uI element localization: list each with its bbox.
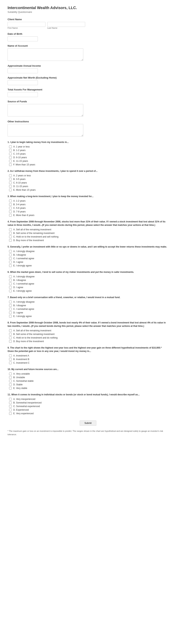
option-label-q7-opt3: C. I somewhat agree	[13, 308, 34, 310]
checkbox-q7-opt4[interactable]	[9, 311, 12, 314]
checkbox-q5-opt2[interactable]	[9, 254, 12, 256]
checkbox-q8-opt3[interactable]	[9, 336, 12, 339]
annual-income-input[interactable]	[8, 68, 38, 73]
checkbox-q7-opt3[interactable]	[9, 308, 12, 310]
source-funds-textarea[interactable]	[8, 104, 83, 116]
checkbox-q1-opt3[interactable]	[9, 152, 12, 155]
option-label-q2-opt2: B. 3-5 years	[13, 178, 26, 180]
option-row: C. I somewhat agree	[8, 308, 168, 310]
checkbox-q6-opt4[interactable]	[9, 286, 12, 289]
option-row: D. I agree	[8, 261, 168, 264]
checkbox-q1-opt5[interactable]	[9, 160, 12, 162]
checkbox-q2-opt4[interactable]	[9, 185, 12, 188]
checkbox-q10-opt1[interactable]	[9, 372, 12, 375]
net-worth-input[interactable]	[8, 80, 38, 85]
option-label-q4-opt1: A. Sell all of the remaining investment	[13, 228, 51, 231]
checkbox-q2-opt3[interactable]	[9, 182, 12, 184]
option-row: E. Very stable	[8, 387, 168, 390]
checkbox-q3-opt2[interactable]	[9, 203, 12, 206]
checkbox-q5-opt1[interactable]	[9, 250, 12, 252]
question-text-q6: 6. When the market goes down, I tend to …	[8, 270, 168, 274]
question-block-q11: 11. When it comes to investing in indivi…	[8, 393, 168, 415]
last-name-label: Last Name	[47, 27, 85, 29]
checkbox-q2-opt1[interactable]	[9, 174, 12, 177]
option-label-q7-opt4: D. i agree	[13, 311, 23, 314]
option-row: C. Hold on to the investment and sell no…	[8, 236, 168, 238]
checkbox-q3-opt5[interactable]	[9, 214, 12, 216]
checkbox-q10-opt2[interactable]	[9, 376, 12, 379]
checkbox-q2-opt2[interactable]	[9, 178, 12, 180]
checkbox-q10-opt3[interactable]	[9, 380, 12, 382]
checkbox-q7-opt1[interactable]	[9, 300, 12, 303]
checkbox-q4-opt1[interactable]	[9, 228, 12, 231]
source-funds-label: Source of Funds	[8, 100, 168, 103]
option-label-q2-opt3: C. 6-10 years	[13, 182, 27, 184]
option-row: D. 7-8 years	[8, 210, 168, 213]
option-row: B. I disagree	[8, 304, 168, 307]
checkbox-q1-opt4[interactable]	[9, 156, 12, 159]
checkbox-q10-opt5[interactable]	[9, 387, 12, 390]
submit-button[interactable]: Submit	[80, 420, 96, 426]
checkbox-q8-opt2[interactable]	[9, 333, 12, 336]
option-row: A. Sell all of the remaining investment	[8, 329, 168, 332]
checkbox-q11-opt5[interactable]	[9, 412, 12, 415]
option-row: B. Sell some of the remaining investment	[8, 232, 168, 234]
checkbox-q10-opt4[interactable]	[9, 383, 12, 386]
account-name-textarea[interactable]	[8, 48, 83, 61]
checkbox-q11-opt3[interactable]	[9, 405, 12, 408]
option-label-q10-opt2: B. Unstable	[13, 376, 25, 379]
option-label-q5-opt1: A. I strongly disagree	[13, 250, 35, 252]
question-block-q1: 1. I plan to begin taking money from my …	[8, 140, 168, 166]
option-row: B. I disagree	[8, 254, 168, 256]
checkbox-q9-opt1[interactable]	[9, 354, 12, 357]
checkbox-q1-opt2[interactable]	[9, 149, 12, 152]
checkbox-q2-opt5[interactable]	[9, 188, 12, 191]
checkbox-q6-opt1[interactable]	[9, 275, 12, 278]
checkbox-q6-opt3[interactable]	[9, 282, 12, 285]
checkbox-q9-opt2[interactable]	[9, 358, 12, 360]
last-name-input[interactable]	[47, 22, 85, 27]
checkbox-q11-opt1[interactable]	[9, 398, 12, 400]
first-name-label: First Name	[8, 27, 45, 29]
option-label-q10-opt3: C. Somewhat stable	[13, 380, 34, 382]
question-text-q10: 10. My current and future income sources…	[8, 368, 168, 371]
option-label-q5-opt2: B. I disagree	[13, 254, 26, 256]
option-row: E. More than 15 years	[8, 188, 168, 191]
checkbox-q4-opt2[interactable]	[9, 232, 12, 234]
checkbox-q1-opt1[interactable]	[9, 146, 12, 148]
checkbox-q7-opt2[interactable]	[9, 304, 12, 307]
question-block-q7: 7. Based only on a brief conversation wi…	[8, 296, 168, 318]
checkbox-q5-opt4[interactable]	[9, 261, 12, 264]
checkbox-q11-opt2[interactable]	[9, 402, 12, 404]
checkbox-q5-opt5[interactable]	[9, 264, 12, 267]
option-row: A. Sell all of the remaining investment	[8, 228, 168, 231]
checkbox-q3-opt3[interactable]	[9, 207, 12, 210]
checkbox-q6-opt5[interactable]	[9, 290, 12, 292]
option-label-q8-opt3: C. Hold on to the investment and do noth…	[13, 336, 57, 339]
checkbox-q3-opt4[interactable]	[9, 210, 12, 213]
checkbox-q9-opt3[interactable]	[9, 362, 12, 364]
checkbox-q11-opt4[interactable]	[9, 408, 12, 411]
dob-input[interactable]	[8, 36, 38, 41]
checkbox-q3-opt1[interactable]	[9, 200, 12, 202]
option-label-q2-opt1: A. 2 years or less	[13, 174, 31, 177]
checkbox-q1-opt6[interactable]	[9, 163, 12, 166]
checkbox-q4-opt4[interactable]	[9, 239, 12, 242]
checkbox-q4-opt3[interactable]	[9, 236, 12, 238]
option-row: B. Somewhat inexperienced	[8, 402, 168, 404]
checkbox-q6-opt2[interactable]	[9, 279, 12, 282]
checkbox-q7-opt5[interactable]	[9, 315, 12, 318]
total-assets-input[interactable]	[8, 92, 38, 97]
checkbox-q5-opt3[interactable]	[9, 257, 12, 260]
option-label-q4-opt4: D. Buy more of the investment	[13, 239, 44, 242]
other-instructions-textarea[interactable]	[8, 124, 83, 136]
option-label-q8-opt4: D. Buy more of the investment	[13, 340, 44, 343]
checkbox-q8-opt4[interactable]	[9, 340, 12, 343]
option-row: C. Somewhat experienced	[8, 405, 168, 408]
option-row: D. Stable	[8, 383, 168, 386]
checkbox-q8-opt1[interactable]	[9, 329, 12, 332]
option-label-q5-opt4: D. I agree	[13, 261, 23, 264]
first-name-input[interactable]	[8, 22, 45, 27]
option-row: C. I somewhat agree	[8, 257, 168, 260]
option-row: C. 5-6 years	[8, 207, 168, 210]
